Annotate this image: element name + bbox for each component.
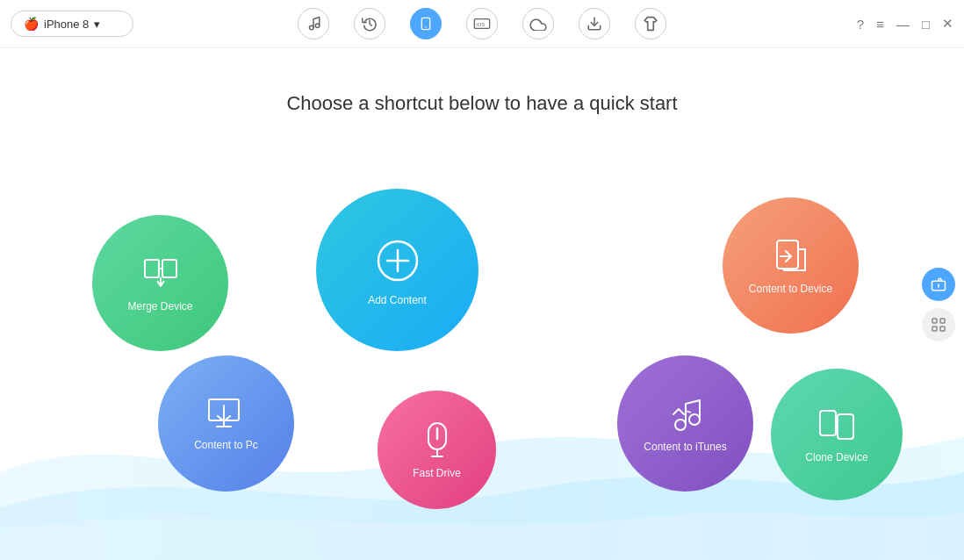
nav-history[interactable] [354,8,385,39]
main-content: Choose a shortcut below to have a quick … [0,48,964,560]
fast-drive-label: Fast Drive [413,467,461,479]
apple-icon: 🍎 [24,17,39,31]
fast-drive-button[interactable]: Fast Drive [378,391,496,509]
menu-button[interactable]: ≡ [876,17,884,32]
svg-rect-7 [145,260,159,277]
svg-rect-26 [838,414,853,439]
maximize-button[interactable]: □ [922,17,930,32]
add-content-label: Add Content [368,294,427,306]
nav-icons: iOS [298,8,666,39]
clone-device-label: Clone Device [805,451,867,463]
content-to-pc-label: Content to Pc [194,439,258,451]
content-to-pc-button[interactable]: Content to Pc [158,355,294,492]
svg-rect-8 [162,260,176,277]
svg-point-24 [689,414,700,425]
add-content-button[interactable]: Add Content [316,189,478,351]
device-name: iPhone 8 [44,18,89,31]
right-float-panel [922,268,955,341]
content-to-itunes-label: Content to iTunes [644,441,726,453]
svg-rect-25 [820,411,836,435]
help-button[interactable]: ? [857,17,864,32]
svg-text:iOS: iOS [476,22,485,27]
page-title: Choose a shortcut below to have a quick … [0,48,964,115]
shortcuts-area: Merge Device Add Content Content to Devi… [44,145,920,560]
merge-device-label: Merge Device [127,300,192,312]
grid-float-button[interactable] [922,308,955,341]
titlebar: 🍎 iPhone 8 ▾ [0,0,964,48]
window-controls: ? ≡ — □ ✕ [857,16,953,32]
svg-rect-13 [777,241,798,269]
clone-device-button[interactable]: Clone Device [771,369,903,500]
minimize-button[interactable]: — [896,17,910,32]
nav-music[interactable] [298,8,329,39]
nav-device[interactable] [410,8,442,39]
nav-download[interactable] [579,8,610,39]
device-selector[interactable]: 🍎 iPhone 8 ▾ [11,11,133,37]
nav-themes[interactable] [635,8,666,39]
svg-point-23 [675,420,686,430]
content-to-device-label: Content to Device [749,283,832,295]
svg-rect-31 [932,319,937,323]
close-button[interactable]: ✕ [942,16,953,32]
svg-rect-33 [932,327,937,331]
nav-cloud[interactable] [522,8,554,39]
dropdown-arrow: ▾ [94,18,100,31]
svg-rect-32 [940,319,945,323]
svg-rect-2 [421,18,429,29]
merge-device-button[interactable]: Merge Device [92,215,228,351]
content-to-itunes-button[interactable]: Content to iTunes [617,355,753,492]
tools-float-button[interactable] [922,268,955,301]
content-to-device-button[interactable]: Content to Device [723,197,859,334]
svg-rect-34 [940,327,945,331]
nav-ios[interactable]: iOS [466,8,498,39]
